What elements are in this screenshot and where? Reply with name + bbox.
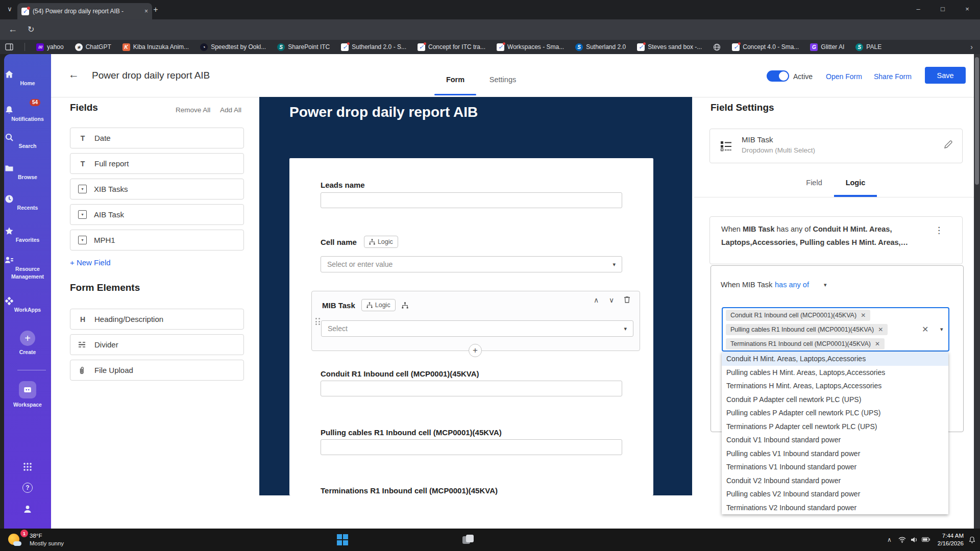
browser-tab[interactable]: ✓ (54) Power drop daily report AIB - ×: [17, 3, 152, 19]
bookmark-sutherland[interactable]: ✓Sutherland 2.0 - S...: [341, 43, 406, 51]
tab-settings[interactable]: Settings: [480, 76, 526, 84]
bookmark-sharepoint-itc[interactable]: SSharePoint ITC: [277, 43, 330, 51]
task-view-icon[interactable]: [462, 534, 475, 546]
tab-form[interactable]: Form: [434, 76, 476, 84]
scrollbar-thumb[interactable]: [975, 57, 979, 185]
sidebar-item-home[interactable]: Home: [4, 69, 51, 87]
field-item-mph1[interactable]: ▾MPH1: [70, 230, 244, 251]
element-heading-description[interactable]: HHeading/Description: [70, 309, 244, 330]
back-icon[interactable]: ←: [8, 24, 17, 35]
mib-task-select[interactable]: Select▾: [321, 320, 633, 337]
dropdown-option[interactable]: Conduit H Mint. Areas, Laptops,Accessori…: [722, 352, 948, 366]
trash-icon[interactable]: [623, 295, 631, 304]
app-launcher-grid-icon[interactable]: [4, 462, 51, 471]
bookmark-pale[interactable]: SPALE: [855, 43, 881, 51]
field-item-xib-tasks[interactable]: ▾XIB Tasks: [70, 179, 244, 199]
bookmark-concept-itc[interactable]: ✓Concept for ITC tra...: [418, 43, 485, 51]
refresh-icon[interactable]: ↻: [28, 24, 34, 34]
bookmark-steves-sandbox[interactable]: ✓Steves sand box -...: [637, 43, 702, 51]
dropdown-option[interactable]: Conduit V2 Inbound standard power: [722, 474, 948, 488]
settings-tab-field[interactable]: Field: [796, 179, 832, 187]
bookmarks-overflow-icon[interactable]: ›: [970, 43, 973, 51]
account-person-icon[interactable]: [4, 504, 51, 514]
chip-remove-icon[interactable]: ✕: [861, 312, 866, 319]
open-form-link[interactable]: Open Form: [826, 72, 862, 81]
sidebar-item-browse[interactable]: Browse: [4, 163, 51, 181]
condition-dropdown[interactable]: has any of: [775, 281, 809, 289]
tray-expand-icon[interactable]: ∧: [887, 536, 892, 543]
battery-icon[interactable]: [922, 537, 930, 542]
kebab-menu-icon[interactable]: ⋮: [935, 225, 943, 236]
window-close-button[interactable]: ×: [961, 5, 974, 13]
bookmark-workspaces[interactable]: ✓Workspaces - Sma...: [497, 43, 564, 51]
notification-bell-icon[interactable]: [969, 536, 975, 543]
new-tab-button[interactable]: +: [149, 5, 162, 14]
logic-chip[interactable]: Logic: [361, 299, 396, 311]
dropdown-option[interactable]: Conduit V1 Inbound standard power: [722, 433, 948, 447]
dropdown-option[interactable]: Terminations V1 Inbound standard power: [722, 460, 948, 474]
sidebar-item-notifications[interactable]: 54 Notifications: [4, 105, 51, 123]
maximize-button[interactable]: □: [936, 5, 949, 13]
add-field-plus-button[interactable]: +: [469, 344, 482, 357]
dropdown-option[interactable]: Pulling cables P Adapter cell newtork PL…: [722, 406, 948, 420]
leads-name-input[interactable]: [321, 192, 622, 208]
bookmark-speedtest[interactable]: ◔Speedtest by Ookl...: [200, 43, 266, 51]
volume-icon[interactable]: [911, 537, 918, 543]
value-chip[interactable]: Pulling cables R1 Inbound cell (MCP0001)…: [726, 324, 888, 335]
conduit-r1-input[interactable]: [321, 381, 622, 396]
settings-tab-logic[interactable]: Logic: [834, 179, 877, 187]
cell-name-select[interactable]: Select or enter value▾: [321, 256, 622, 272]
logic-rule-summary-card[interactable]: When MIB Task has any of Conduit H Mint.…: [709, 216, 963, 264]
bookmark-globe-icon[interactable]: [713, 43, 721, 51]
bookmark-chatgpt[interactable]: ∗ChatGPT: [75, 43, 111, 51]
dropdown-option[interactable]: Terminations H Mint. Areas, Laptops,Acce…: [722, 379, 948, 393]
dropdown-option[interactable]: Pulling cables V1 Inbound standard power: [722, 447, 948, 461]
sidebar-item-workspace[interactable]: Workspace: [4, 381, 51, 409]
field-item-full-report[interactable]: TFull report: [70, 153, 244, 174]
value-chip[interactable]: Conduit R1 Inbound cell (MCP0001)(45KVA)…: [726, 310, 870, 321]
save-button[interactable]: Save: [925, 67, 966, 84]
help-icon[interactable]: ?: [4, 483, 51, 493]
value-chip[interactable]: Terminations R1 Inbound cell (MCP0001)(4…: [726, 338, 885, 349]
new-field-link[interactable]: + New Field: [70, 258, 111, 267]
back-arrow-icon[interactable]: ←: [68, 68, 79, 81]
start-button[interactable]: [337, 534, 348, 545]
bookmark-glitter-ai[interactable]: GGlitter AI: [810, 43, 844, 51]
element-divider[interactable]: Divider: [70, 334, 244, 355]
active-toggle[interactable]: [767, 70, 789, 82]
bookmark-concept-4[interactable]: ✓Concept 4.0 - Sma...: [732, 43, 799, 51]
drag-handle[interactable]: [315, 318, 320, 325]
dropdown-option[interactable]: Conduit P Adapter cell newtork PLC (UPS): [722, 393, 948, 407]
share-form-link[interactable]: Share Form: [874, 72, 912, 81]
edit-pencil-icon[interactable]: [944, 140, 952, 149]
logic-chip[interactable]: Logic: [364, 236, 398, 248]
field-item-aib-task[interactable]: ▾AIB Task: [70, 204, 244, 225]
dropdown-option[interactable]: Terminations V2 Inbound standard power: [722, 501, 948, 515]
remove-all-link[interactable]: Remove All: [176, 106, 210, 114]
add-all-link[interactable]: Add All: [220, 106, 241, 114]
move-down-icon[interactable]: ∨: [609, 296, 614, 304]
pulling-cables-r1-input[interactable]: [321, 439, 622, 455]
sidebar-item-resource-management[interactable]: Resource Management: [4, 255, 51, 281]
sidebar-item-search[interactable]: Search: [4, 132, 51, 150]
clock-time[interactable]: 7:44 AM: [933, 532, 964, 540]
dropdown-option[interactable]: Terminations P Adapter cell newtork PLC …: [722, 420, 948, 434]
bookmark-sutherland-2[interactable]: SSutherland 2.0: [575, 43, 626, 51]
chevron-down-icon[interactable]: ▾: [940, 326, 943, 333]
chip-remove-icon[interactable]: ✕: [878, 326, 883, 333]
mib-task-field-card[interactable]: MIB Task Logic ∧ ∨ Select▾ +: [311, 291, 640, 351]
wifi-icon[interactable]: [898, 537, 906, 543]
sidebar-item-create[interactable]: + Create: [4, 331, 51, 356]
tab-close-icon[interactable]: ×: [144, 8, 148, 15]
move-up-icon[interactable]: ∧: [594, 296, 599, 304]
bookmark-yahoo[interactable]: ✉yahoo: [36, 43, 64, 51]
tab-search-icon[interactable]: ∨: [3, 5, 16, 13]
sidebar-item-recents[interactable]: Recents: [4, 194, 51, 212]
minimize-button[interactable]: –: [912, 5, 925, 13]
weather-widget[interactable]: 1: [8, 534, 19, 545]
chip-remove-icon[interactable]: ✕: [875, 340, 880, 347]
dropdown-option[interactable]: Pulling cables H Mint. Areas, Laptops,Ac…: [722, 366, 948, 380]
sidebar-item-favorites[interactable]: Favorites: [4, 226, 51, 244]
sidebar-item-workapps[interactable]: WorkApps: [4, 296, 51, 314]
element-file-upload[interactable]: File Upload: [70, 360, 244, 381]
